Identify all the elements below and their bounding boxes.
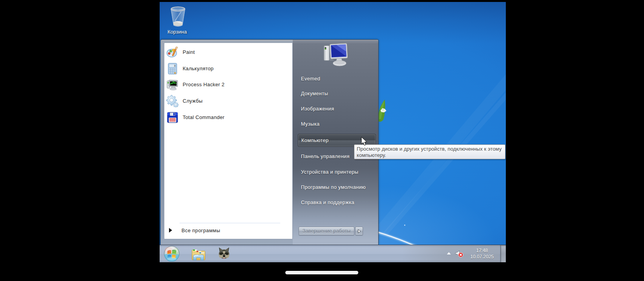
svg-text:8: 8 [174,64,176,67]
